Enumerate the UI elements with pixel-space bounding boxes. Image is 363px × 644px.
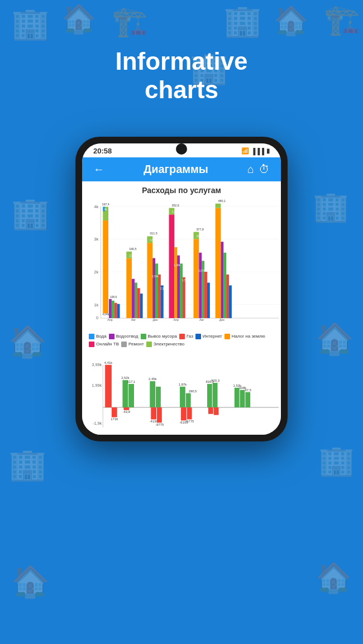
svg-rect-45: [180, 263, 183, 318]
svg-rect-17: [109, 299, 112, 318]
svg-text:1,36k: 1,36k: [174, 264, 180, 267]
svg-text:480,1: 480,1: [218, 199, 225, 203]
svg-rect-18: [112, 301, 114, 318]
svg-rect-63: [226, 275, 229, 318]
svg-rect-55: [207, 283, 210, 319]
svg-text:108,6: 108,6: [110, 296, 117, 299]
svg-rect-106: [157, 407, 162, 422]
svg-text:1,51k: 1,51k: [182, 279, 189, 282]
svg-text:1k: 1k: [94, 302, 98, 307]
legend-color-vodotvod: [109, 334, 114, 339]
svg-rect-23: [126, 258, 132, 319]
svg-text:3,99k: 3,99k: [92, 362, 102, 367]
legend-color-tv: [89, 342, 94, 347]
svg-rect-83: [150, 381, 155, 407]
svg-rect-52: [199, 253, 202, 318]
home-button[interactable]: ⌂: [247, 163, 254, 176]
svg-text:0: 0: [96, 315, 99, 320]
svg-rect-88: [186, 393, 191, 407]
svg-text:Апр: Апр: [173, 318, 178, 321]
svg-text:1,99k: 1,99k: [92, 382, 102, 387]
svg-text:1,2k: 1,2k: [171, 210, 177, 213]
wifi-icon: 📶: [241, 147, 249, 155]
svg-text:-43,8: -43,8: [123, 410, 130, 413]
svg-text:-1,9k: -1,9k: [93, 421, 102, 426]
legend-color-water: [89, 334, 94, 339]
app-bar: ← Диаграммы ⌂ ⏱: [82, 157, 281, 181]
legend-item-electric: Электричество: [146, 342, 185, 347]
svg-rect-96: [240, 390, 245, 407]
signal-icon: ▐▐▐: [251, 148, 264, 155]
legend-color-tax: [225, 334, 230, 339]
svg-rect-100: [112, 407, 117, 417]
svg-rect-62: [223, 253, 226, 318]
phone-frame: 20:58 📶 ▐▐▐ ▮ ← Диаграммы ⌂ ⏱ Расходы по…: [75, 137, 288, 441]
svg-text:337k: 337k: [196, 235, 202, 238]
svg-text:311,5: 311,5: [150, 232, 157, 235]
svg-rect-113: [214, 407, 219, 415]
svg-rect-27: [137, 288, 140, 318]
svg-rect-43: [174, 247, 177, 318]
legend-color-repair: [121, 342, 127, 347]
svg-rect-20: [117, 304, 120, 318]
svg-rect-50: [194, 239, 199, 318]
svg-rect-94: [235, 387, 240, 407]
svg-rect-98: [245, 392, 250, 407]
svg-rect-112: [208, 407, 213, 414]
svg-text:67,5: 67,5: [245, 388, 252, 391]
svg-rect-54: [204, 272, 207, 318]
legend-item-tax: Налог на землю: [225, 334, 265, 339]
svg-rect-36: [158, 275, 161, 318]
svg-rect-25: [132, 279, 135, 318]
phone-mockup: 20:58 📶 ▐▐▐ ▮ ← Диаграммы ⌂ ⏱ Расходы по…: [75, 137, 288, 441]
svg-text:Авг: Авг: [131, 318, 136, 321]
status-time: 20:58: [93, 147, 112, 155]
svg-text:3,08k: 3,08k: [150, 239, 156, 242]
svg-text:2,39k: 2,39k: [160, 287, 167, 290]
legend-label-water: Вода: [96, 334, 107, 339]
legend-label-electric: Электричество: [154, 342, 185, 347]
svg-rect-110: [187, 407, 192, 420]
svg-text:4k: 4k: [104, 208, 108, 211]
svg-text:Авг: Авг: [199, 318, 204, 321]
svg-rect-59: [216, 208, 221, 318]
status-icons: 📶 ▐▐▐ ▮: [241, 147, 270, 155]
svg-rect-91: [213, 383, 218, 407]
svg-text:117,1: 117,1: [127, 380, 136, 383]
svg-rect-77: [105, 364, 112, 407]
svg-rect-108: [181, 407, 187, 420]
svg-text:4,41k: 4,41k: [104, 361, 112, 364]
legend-label-vodotvod: Водоотвод: [116, 334, 138, 339]
svg-rect-86: [180, 386, 185, 407]
legend-item-tv: Онлайн ТВ: [89, 342, 119, 347]
second-bar-chart: 3,99k 1,99k -1,9k 4,41k 2,52k 117,1: [84, 359, 279, 430]
svg-text:1716: 1716: [111, 417, 118, 421]
svg-text:377,9: 377,9: [196, 228, 203, 231]
svg-rect-90: [207, 384, 212, 407]
header-line1: Informative: [115, 47, 247, 75]
legend-label-repair: Ремонт: [128, 342, 144, 347]
svg-text:-5775: -5775: [185, 420, 194, 423]
main-chart-section: Расходы по услугам 4k 3k 2k 1k 0: [82, 181, 281, 354]
svg-rect-12: [103, 220, 108, 313]
legend-color-internet: [195, 334, 201, 339]
legend-label-gas: Газ: [187, 334, 193, 339]
back-button[interactable]: ←: [93, 163, 104, 176]
legend-item-gas: Газ: [179, 334, 193, 339]
legend-item-internet: Интернет: [195, 334, 222, 339]
svg-rect-28: [140, 294, 143, 318]
svg-rect-46: [183, 277, 185, 318]
legend-item-vodotvod: Водоотвод: [109, 334, 138, 339]
svg-rect-79: [122, 380, 128, 407]
clock-button[interactable]: ⏱: [259, 163, 270, 176]
phone-notch: [176, 143, 187, 155]
battery-icon: ▮: [266, 147, 270, 155]
header-section: Informative charts: [0, 47, 363, 104]
app-bar-title: Диаграммы: [107, 163, 245, 176]
svg-text:1,87k: 1,87k: [179, 383, 187, 386]
svg-text:2k: 2k: [94, 270, 98, 275]
svg-text:4k: 4k: [94, 204, 98, 209]
svg-text:Дек: Дек: [219, 318, 225, 321]
svg-rect-61: [221, 242, 223, 318]
svg-text:197,4: 197,4: [102, 203, 109, 206]
